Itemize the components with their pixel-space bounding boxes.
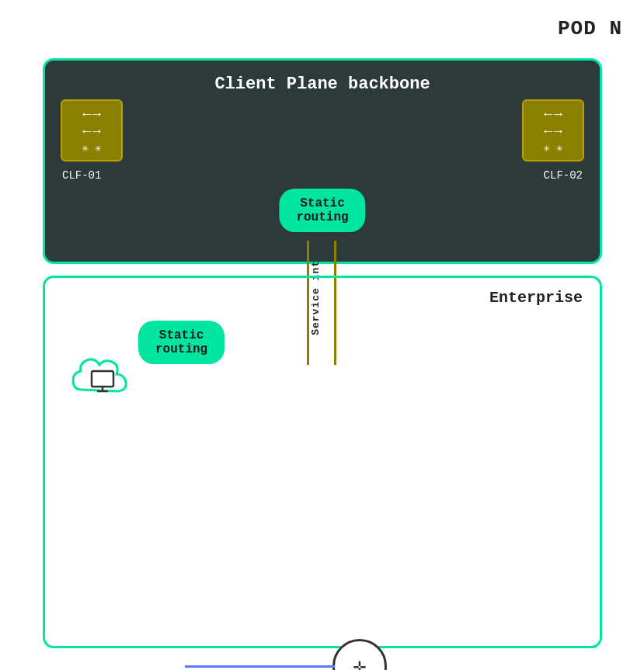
clf01-arrows-top: ← → <box>82 107 101 121</box>
t1-router: ✛ <box>332 639 387 670</box>
arrow-left-icon: ← <box>82 107 91 121</box>
svg-rect-0 <box>92 371 113 387</box>
clf02-arrow-right2-icon: → <box>554 124 562 138</box>
clf02-arrow-right-icon: → <box>554 107 562 121</box>
clf02-snowflake2-icon: ✳ <box>556 141 562 154</box>
static-routing-badge-bottom: Staticrouting <box>138 321 225 364</box>
client-plane-title: Client Plane backbone <box>214 75 430 94</box>
clf02-icon: ← → ← → ✳ ✳ <box>522 99 584 161</box>
static-routing-badge-top: Staticrouting <box>279 189 365 232</box>
cloud-icon <box>68 349 137 404</box>
clf02-arrow-left2-icon: ← <box>544 124 552 138</box>
arrow-right2-icon: → <box>92 124 101 138</box>
arrow-right-icon: → <box>92 107 101 121</box>
arrow-left2-icon: ← <box>82 124 91 138</box>
clf01-snowflakes: ✳ ✳ <box>82 141 102 154</box>
pod-label: POD N <box>558 17 622 40</box>
clf01-arrows-bottom: ← → <box>82 124 101 138</box>
t1-arrows-icon: ✛ <box>353 653 367 670</box>
clf02-label: CLF-02 <box>544 169 583 182</box>
clf01-label: CLF-01 <box>62 169 101 182</box>
clf02-snowflake1-icon: ✳ <box>544 141 550 154</box>
clf02-arrows-bottom: ← → <box>544 124 562 138</box>
main-container: POD N Client Plane backbone ← → ← → ✳ ✳ … <box>0 0 644 670</box>
clf01-icon: ← → ← → ✳ ✳ <box>61 99 123 161</box>
enterprise-label: Enterprise <box>489 289 583 307</box>
clf02-snowflakes: ✳ ✳ <box>544 141 563 154</box>
clf02-arrow-left-icon: ← <box>544 107 552 121</box>
cloud-t1-connector <box>185 665 335 668</box>
clf02-arrows-top: ← → <box>544 107 562 121</box>
snowflake2-icon: ✳ <box>95 141 101 154</box>
enterprise-box: Enterprise Staticrouting ✛ T1 VM VM VM <box>43 276 602 648</box>
client-plane-box: Client Plane backbone ← → ← → ✳ ✳ CLF-01… <box>43 58 602 264</box>
snowflake1-icon: ✳ <box>82 141 89 154</box>
